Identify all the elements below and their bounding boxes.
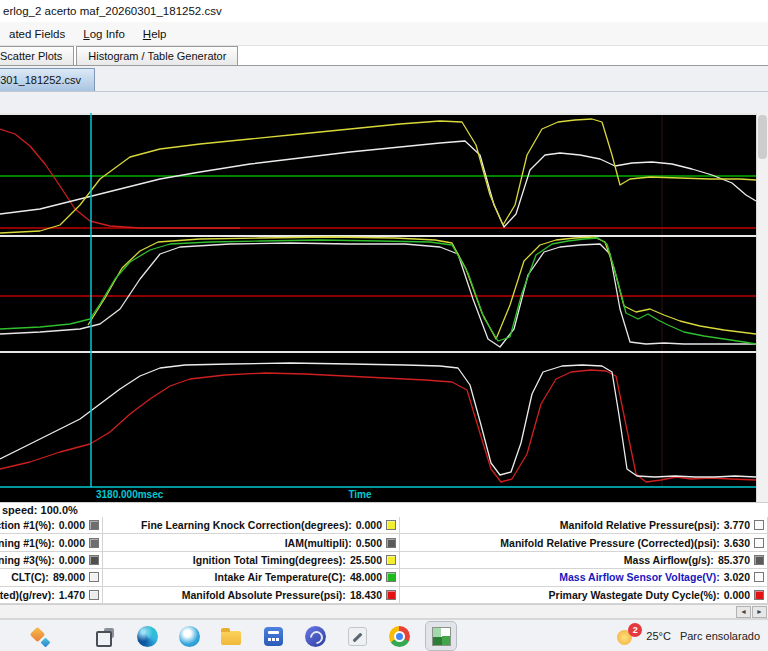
field-value: 85.370 (718, 554, 750, 566)
vertical-scrollbar-thumb[interactable] (758, 115, 767, 159)
table-app-icon (432, 627, 451, 646)
blue-app-icon (305, 626, 326, 647)
field-value: 0.000 (59, 519, 85, 531)
x-axis-label: Time (328, 489, 392, 500)
series-red-bottom (0, 370, 756, 482)
field-label: orrection #1(%): (0, 519, 55, 531)
field-color-swatch[interactable] (386, 555, 396, 565)
field-readout[interactable]: Primary Wastegate Duty Cycle(%):0.000 (400, 587, 768, 604)
menu-label: ated Fields (9, 28, 65, 40)
field-color-swatch[interactable] (89, 590, 99, 600)
field-color-swatch[interactable] (754, 555, 764, 565)
menu-item-help[interactable]: Help (134, 25, 176, 43)
field-readout[interactable]: Manifold Relative Pressure(psi):3.770 (400, 517, 768, 534)
horizontal-scrollbar[interactable]: ◄ ► (0, 604, 768, 619)
window-title: erlog_2 acerto maf_20260301_181252.csv (3, 5, 222, 17)
field-color-swatch[interactable] (386, 590, 396, 600)
edge-icon (137, 626, 158, 647)
weather-temperature: 25°C (646, 630, 671, 642)
field-value: 3.020 (724, 571, 750, 583)
field-value: 0.000 (59, 554, 85, 566)
field-color-swatch[interactable] (89, 520, 99, 530)
field-color-swatch[interactable] (89, 555, 99, 565)
field-value: 0.000 (356, 519, 382, 531)
scroll-right-button[interactable]: ► (752, 606, 767, 618)
field-readout[interactable]: IAM(multipli):0.500 (103, 534, 400, 551)
folder-icon (221, 631, 241, 645)
field-readout[interactable]: Manifold Relative Pressure (Corrected)(p… (400, 534, 768, 551)
chart-toolbar-strip (0, 92, 768, 113)
notification-badge[interactable]: 2 (628, 623, 642, 637)
field-readout[interactable]: CLT(C):89.000 (0, 569, 103, 586)
teal-app-icon (179, 626, 200, 647)
menu-item-log-info[interactable]: Log Info (74, 25, 134, 43)
field-color-swatch[interactable] (754, 538, 764, 548)
menu-bar: ated Fields Log Info Help (0, 22, 768, 46)
tab-scatter-plots[interactable]: Scatter Plots (0, 46, 74, 65)
taskbar-teal-app-button[interactable] (174, 622, 204, 650)
taskbar-weather-widget[interactable]: 2 25°C Parc ensolarado (617, 620, 760, 651)
series-white-bottom (0, 363, 756, 477)
weather-icon-wrap: 2 (617, 626, 637, 646)
field-label: Fine Learning Knock Correction(degrees): (141, 519, 352, 531)
field-value: 18.430 (350, 589, 382, 601)
view-tabs: Scatter Plots Histogram / Table Generato… (0, 46, 768, 66)
field-readout[interactable]: Mass Airflow Sensor Voltage(V):3.020 (400, 569, 768, 586)
file-tab-selected[interactable]: 60301_181252.csv (0, 68, 95, 91)
file-tab-bar: 60301_181252.csv (0, 66, 768, 92)
field-readout[interactable]: Ignition Total Timing(degrees):25.500 (103, 552, 400, 569)
taskbar-blue-app-button[interactable] (300, 622, 330, 650)
taskbar-chrome-button[interactable] (384, 622, 414, 650)
scroll-left-button[interactable]: ◄ (736, 606, 751, 618)
field-value: 3.770 (724, 519, 750, 531)
field-readout[interactable]: orrection #1(%):0.000 (0, 517, 103, 534)
field-readout[interactable]: Mass Airflow(g/s):85.370 (400, 552, 768, 569)
series-green-middle (0, 238, 756, 344)
tab-histogram-table-generator[interactable]: Histogram / Table Generator (76, 46, 238, 65)
field-readout[interactable]: ulated)(g/rev):1.470 (0, 587, 103, 604)
field-color-swatch[interactable] (89, 538, 99, 548)
field-label: Mass Airflow(g/s): (624, 554, 714, 566)
tab-label: Scatter Plots (0, 50, 62, 62)
playback-speed-label: speed: 100.0% (2, 504, 78, 516)
field-value: 0.500 (356, 537, 382, 549)
taskbar-notes-app-button[interactable] (342, 622, 372, 650)
field-readout[interactable]: Manifold Absolute Pressure(psi):18.430 (103, 587, 400, 604)
calculator-icon (264, 627, 283, 646)
field-color-swatch[interactable] (386, 520, 396, 530)
field-color-swatch[interactable] (754, 590, 764, 600)
taskbar-calculator-button[interactable] (258, 622, 288, 650)
series-white-middle (0, 243, 756, 347)
menu-label: og Info (90, 28, 125, 40)
field-readout[interactable]: Intake Air Temperature(C):48.000 (103, 569, 400, 586)
notes-app-icon (348, 627, 367, 646)
chart-canvas (0, 113, 756, 502)
chart-area[interactable]: 3180.000msec Time (0, 113, 756, 502)
field-value: 0.000 (59, 537, 85, 549)
menu-item-calculated-fields[interactable]: ated Fields (0, 25, 74, 43)
taskbar-edge-button[interactable] (132, 622, 162, 650)
field-label: Manifold Relative Pressure(psi): (560, 519, 720, 531)
taskbar-table-app-button[interactable] (426, 622, 456, 650)
field-readout[interactable]: Fine Learning Knock Correction(degrees):… (103, 517, 400, 534)
taskbar-task-view-button[interactable] (90, 622, 120, 650)
field-color-swatch[interactable] (754, 572, 764, 582)
field-label: CLT(C): (11, 571, 49, 583)
copilot-icon (29, 626, 49, 646)
field-color-swatch[interactable] (754, 520, 764, 530)
field-label: ulated)(g/rev): (0, 589, 55, 601)
windows-taskbar: 2 25°C Parc ensolarado (0, 619, 768, 651)
menu-label: elp (151, 28, 166, 40)
taskbar-folder-button[interactable] (216, 622, 246, 650)
field-value: 25.500 (350, 554, 382, 566)
field-color-swatch[interactable] (89, 572, 99, 582)
field-label: IAM(multipli): (285, 537, 352, 549)
field-color-swatch[interactable] (386, 572, 396, 582)
taskbar-copilot-button[interactable] (24, 622, 54, 650)
field-color-swatch[interactable] (386, 538, 396, 548)
field-readout[interactable]: earning #1(%):0.000 (0, 534, 103, 551)
cursor-time-label: 3180.000msec (96, 489, 163, 500)
file-tab-label: 60301_181252.csv (0, 74, 81, 86)
playback-speed-row: speed: 100.0% (0, 502, 768, 517)
field-readout[interactable]: earning #3(%):0.000 (0, 552, 103, 569)
